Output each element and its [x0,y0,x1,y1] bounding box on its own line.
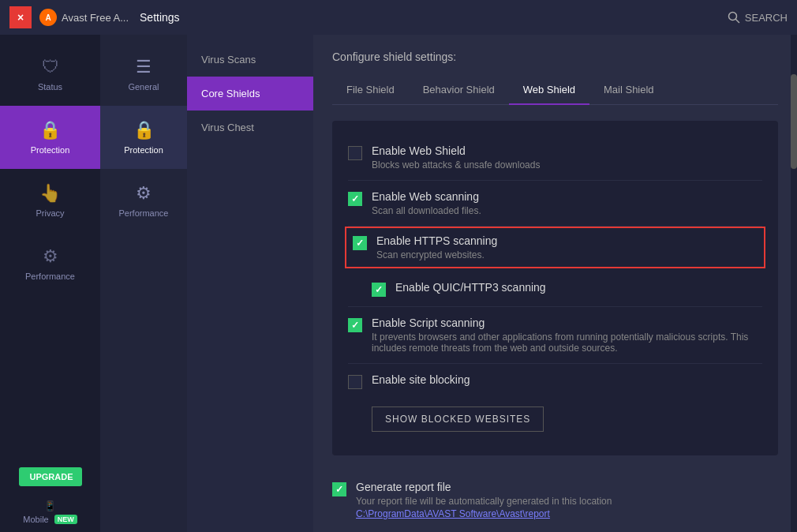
report-section: Generate report file Your report file wi… [332,468,778,519]
report-label: Generate report file [356,481,612,493]
checkbox-enable-quic-scanning[interactable] [372,283,386,297]
window-title: Settings [140,11,728,24]
checkbox-enable-https-scanning[interactable] [353,236,367,250]
report-desc: Your report file will be automatically g… [356,496,612,507]
mobile-icon: 📱 [44,500,56,511]
setting-text-script-scanning: Enable Script scanning It prevents brows… [372,317,762,354]
setting-text-quic-scanning: Enable QUIC/HTTP3 scanning [395,281,762,294]
sidebar-item-performance-label: Performance [25,272,75,281]
checkbox-visual-generate-report [332,482,346,496]
setting-desc-script-scanning: It prevents browsers and other applicati… [372,332,762,354]
submenu-virus-chest[interactable]: Virus Chest [187,111,313,144]
app-name-label: Avast Free A... [62,12,129,24]
report-text: Generate report file Your report file wi… [356,481,612,519]
setting-row-quic-scanning: Enable QUIC/HTTP3 scanning [348,272,762,307]
tab-file-shield[interactable]: File Shield [332,76,409,105]
upgrade-button[interactable]: UPGRADE [19,467,82,486]
checkbox-visual-web-shield [348,146,362,160]
tab-mail-shield[interactable]: Mail Shield [589,76,668,105]
new-badge: NEW [54,515,77,524]
content-area: Configure shield settings: File Shield B… [313,35,797,532]
web-shield-settings-card: Enable Web Shield Blocks web attacks & u… [332,121,778,455]
setting-label-quic-scanning: Enable QUIC/HTTP3 scanning [395,281,762,294]
sidebar-item-protection-label: Protection [31,145,70,155]
setting-label-web-shield: Enable Web Shield [372,144,762,157]
search-label: SEARCH [745,12,788,24]
status-icon: 🛡 [42,57,59,77]
setting-text-site-blocking: Enable site blocking [372,373,470,386]
setting-desc-web-scanning: Scan all downloaded files. [372,205,762,216]
checkbox-visual-site-blocking [348,375,362,389]
setting-desc-web-shield: Blocks web attacks & unsafe downloads [372,159,762,170]
settings-nav-protection[interactable]: 🔒 Protection [100,106,187,169]
report-link[interactable]: C:\ProgramData\AVAST Software\Avast\repo… [356,508,612,519]
shield-tabs: File Shield Behavior Shield Web Shield M… [332,76,778,105]
checkbox-enable-web-shield[interactable] [348,146,362,160]
main-nav: 🛡 Status 🔒 Protection 👆 Privacy ⚙ Perfor… [0,35,100,532]
main-layout: 🛡 Status 🔒 Protection 👆 Privacy ⚙ Perfor… [0,35,797,532]
tab-behavior-shield[interactable]: Behavior Shield [409,76,509,105]
setting-desc-https-scanning: Scan encrypted websites. [376,249,758,260]
sidebar-item-privacy-label: Privacy [36,208,64,218]
setting-row-site-blocking: Enable site blocking SHOW BLOCKED WEBSIT… [348,364,762,441]
nav-bottom-section: UPGRADE 📱 Mobile NEW [0,461,100,532]
performance-icon: ⚙ [43,246,58,267]
privacy-icon: 👆 [39,183,61,204]
general-settings-icon: ☰ [136,57,152,77]
topbar: × A Avast Free A... Settings SEARCH [0,0,797,35]
sidebar-item-status-label: Status [38,82,62,92]
submenu-core-shields[interactable]: Core Shields [187,77,313,111]
tab-web-shield[interactable]: Web Shield [509,76,589,105]
settings-nav-performance-label: Performance [119,208,169,218]
setting-label-https-scanning: Enable HTTPS scanning [376,234,758,247]
setting-label-script-scanning: Enable Script scanning [372,317,762,329]
performance-settings-icon: ⚙ [136,183,152,204]
close-button[interactable]: × [9,6,32,28]
protection-icon: 🔒 [39,120,61,140]
sidebar-item-protection[interactable]: 🔒 Protection [0,106,100,169]
setting-label-web-scanning: Enable Web scanning [372,190,762,203]
show-blocked-websites-button[interactable]: SHOW BLOCKED WEBSITES [372,406,544,432]
submenu-virus-scans[interactable]: Virus Scans [187,43,313,77]
setting-text-web-shield: Enable Web Shield Blocks web attacks & u… [372,144,762,170]
checkbox-enable-site-blocking[interactable] [348,375,362,389]
app-logo: A Avast Free A... [39,9,129,26]
search-button[interactable]: SEARCH [728,11,788,24]
settings-category-nav: ☰ General 🔒 Protection ⚙ Performance [100,35,187,532]
submenu: Virus Scans Core Shields Virus Chest [187,35,313,532]
sidebar-item-mobile[interactable]: 📱 Mobile NEW [0,493,100,532]
setting-row-script-scanning: Enable Script scanning It prevents brows… [348,307,762,364]
settings-nav-protection-label: Protection [124,145,163,155]
scrollbar-thumb[interactable] [791,74,797,169]
sidebar-item-privacy[interactable]: 👆 Privacy [0,169,100,232]
checkbox-visual-web-scanning [348,192,362,206]
settings-nav-general-label: General [128,82,159,92]
setting-row-https-scanning: Enable HTTPS scanning Scan encrypted web… [345,227,765,268]
checkbox-enable-script-scanning[interactable] [348,318,362,332]
mobile-label: Mobile [23,515,48,524]
checkbox-visual-https-scanning [353,236,367,250]
setting-row-web-shield: Enable Web Shield Blocks web attacks & u… [348,135,762,181]
search-icon [728,11,740,24]
checkbox-visual-quic-scanning [372,283,386,297]
setting-row-web-scanning: Enable Web scanning Scan all downloaded … [348,181,762,227]
settings-nav-performance[interactable]: ⚙ Performance [100,169,187,232]
protection-settings-icon: 🔒 [133,120,155,140]
sidebar-item-status[interactable]: 🛡 Status [0,43,100,106]
setting-text-web-scanning: Enable Web scanning Scan all downloaded … [372,190,762,216]
setting-text-https-scanning: Enable HTTPS scanning Scan encrypted web… [376,234,758,260]
svg-line-1 [735,20,739,23]
avast-logo-icon: A [39,9,57,26]
configure-title: Configure shield settings: [332,51,778,63]
checkbox-visual-script-scanning [348,318,362,332]
sidebar-item-performance[interactable]: ⚙ Performance [0,232,100,295]
scrollbar-track [791,35,797,532]
checkbox-generate-report[interactable] [332,482,346,496]
settings-nav-general[interactable]: ☰ General [100,43,187,106]
checkbox-enable-web-scanning[interactable] [348,192,362,206]
setting-label-site-blocking: Enable site blocking [372,373,470,386]
